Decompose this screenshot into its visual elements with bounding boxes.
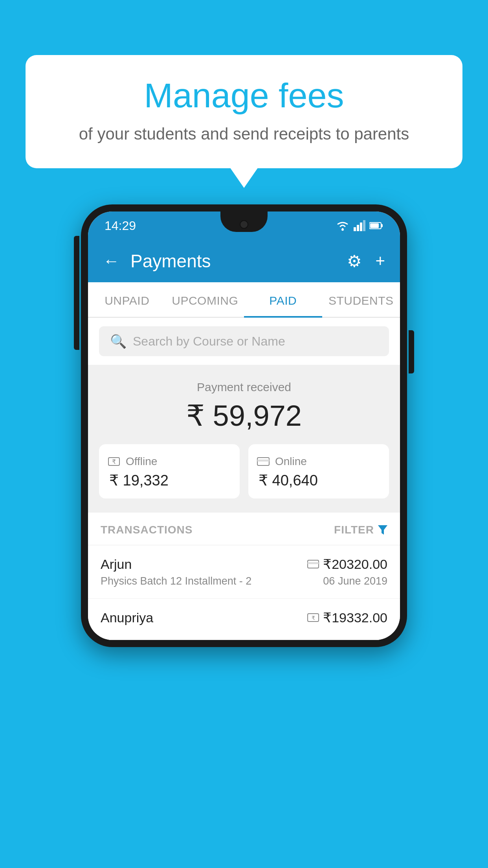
offline-card: ₹ Offline ₹ 19,332 [99, 444, 240, 498]
online-label: Online [275, 455, 307, 468]
transaction-top-1: Arjun ₹20320.00 [101, 556, 387, 572]
offline-icon: ₹ [108, 455, 120, 468]
bubble-title: Manage fees [49, 77, 439, 115]
header-right: ⚙ + [347, 252, 385, 271]
bubble-subtitle: of your students and send receipts to pa… [49, 123, 439, 145]
svg-rect-7 [370, 223, 379, 228]
settings-icon[interactable]: ⚙ [347, 252, 362, 271]
transaction-name-2: Anupriya [101, 610, 153, 625]
search-bar-container: 🔍 Search by Course or Name [88, 318, 400, 365]
amount-container-2: ₹ ₹19332.00 [307, 610, 387, 625]
phone-screen: 14:29 [88, 211, 400, 640]
offline-amount: ₹ 19,332 [108, 472, 169, 489]
svg-rect-14 [308, 562, 319, 564]
transaction-date-1: 06 June 2019 [323, 575, 387, 587]
svg-rect-1 [354, 227, 356, 231]
svg-rect-4 [363, 220, 365, 231]
cash-payment-icon: ₹ [307, 613, 319, 622]
transactions-header: TRANSACTIONS FILTER [88, 513, 400, 545]
tab-paid[interactable]: PAID [244, 282, 322, 317]
online-card-header: Online [257, 455, 307, 468]
battery-icon [369, 221, 383, 230]
header-title: Payments [130, 250, 211, 272]
tabs-bar: UNPAID UPCOMING PAID STUDENTS [88, 282, 400, 318]
filter-container[interactable]: FILTER [334, 524, 387, 536]
notch [220, 211, 268, 232]
online-amount: ₹ 40,640 [257, 472, 318, 489]
speech-bubble: Manage fees of your students and send re… [26, 55, 462, 168]
online-icon [257, 457, 270, 466]
back-button[interactable]: ← [103, 252, 119, 270]
tab-students[interactable]: STUDENTS [322, 282, 400, 317]
transactions-label: TRANSACTIONS [101, 524, 193, 536]
tab-unpaid[interactable]: UNPAID [88, 282, 166, 317]
search-input[interactable]: Search by Course or Name [133, 334, 285, 349]
svg-marker-12 [378, 525, 387, 535]
online-card: Online ₹ 40,640 [248, 444, 389, 498]
search-icon: 🔍 [110, 333, 127, 349]
payment-section: Payment received ₹ 59,972 ₹ Offline ₹ 19… [88, 365, 400, 513]
add-icon[interactable]: + [375, 252, 385, 270]
svg-rect-3 [360, 223, 362, 231]
wifi-icon [336, 220, 350, 231]
phone-container: 14:29 [81, 204, 407, 647]
card-payment-icon [307, 559, 319, 569]
transaction-bottom-1: Physics Batch 12 Installment - 2 06 June… [101, 575, 387, 587]
status-icons [336, 220, 383, 231]
offline-card-header: ₹ Offline [108, 455, 157, 468]
transaction-course-1: Physics Batch 12 Installment - 2 [101, 575, 251, 587]
header-left: ← Payments [103, 250, 211, 272]
transaction-row-2: Anupriya ₹ ₹19332.00 [88, 599, 400, 640]
tab-upcoming[interactable]: UPCOMING [166, 282, 244, 317]
svg-rect-6 [381, 224, 383, 227]
payment-received-amount: ₹ 59,972 [99, 399, 389, 432]
svg-rect-2 [357, 225, 359, 231]
transaction-amount-2: ₹19332.00 [323, 610, 387, 625]
svg-text:₹: ₹ [312, 615, 315, 621]
filter-label: FILTER [334, 524, 374, 536]
search-bar[interactable]: 🔍 Search by Course or Name [99, 326, 389, 356]
status-time: 14:29 [105, 219, 136, 233]
payment-cards: ₹ Offline ₹ 19,332 [99, 444, 389, 498]
status-bar: 14:29 [88, 211, 400, 240]
speech-bubble-container: Manage fees of your students and send re… [26, 55, 462, 168]
camera-icon [240, 220, 248, 229]
transaction-name-1: Arjun [101, 557, 132, 572]
signal-icon [354, 220, 365, 231]
svg-point-0 [341, 228, 344, 231]
amount-container-1: ₹20320.00 [307, 556, 387, 572]
svg-rect-11 [257, 460, 269, 462]
transaction-top-2: Anupriya ₹ ₹19332.00 [101, 610, 387, 625]
phone: 14:29 [81, 204, 407, 647]
offline-label: Offline [126, 455, 157, 468]
filter-icon [378, 525, 387, 535]
payment-received-label: Payment received [99, 381, 389, 394]
app-header: ← Payments ⚙ + [88, 240, 400, 282]
transaction-amount-1: ₹20320.00 [323, 556, 387, 572]
svg-text:₹: ₹ [112, 458, 116, 465]
transaction-row: Arjun ₹20320.00 Physics Batch 12 Install… [88, 545, 400, 599]
